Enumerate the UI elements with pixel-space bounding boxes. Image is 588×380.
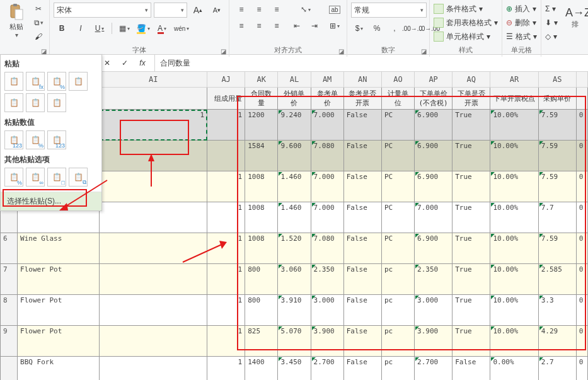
accounting-format-button[interactable]: $▾ bbox=[351, 21, 367, 35]
row-number[interactable]: 8 bbox=[1, 295, 18, 326]
cell[interactable]: 7.080 bbox=[311, 141, 343, 171]
borders-button[interactable]: ▦▾ bbox=[116, 21, 132, 35]
paste-formulas-fmt-button[interactable]: 📋% bbox=[47, 72, 66, 91]
decrease-indent-button[interactable]: ⇤ bbox=[289, 19, 305, 33]
cell[interactable]: BBQ Fork bbox=[18, 357, 100, 381]
cell[interactable]: 1.520 bbox=[278, 233, 311, 264]
cell[interactable]: 5.070 bbox=[278, 326, 311, 357]
cell[interactable]: 7.080 bbox=[311, 233, 343, 264]
bold-button[interactable]: B bbox=[54, 21, 70, 35]
percent-format-button[interactable]: % bbox=[369, 21, 385, 35]
cell[interactable]: 6.900 bbox=[415, 171, 453, 202]
cell[interactable]: 3.910 bbox=[278, 295, 311, 326]
cell[interactable]: False bbox=[343, 357, 381, 381]
cell[interactable] bbox=[100, 326, 207, 357]
paste-button[interactable]: 粘贴 ▾ bbox=[4, 3, 29, 43]
row-number[interactable]: 7 bbox=[1, 264, 18, 295]
cell[interactable]: 2.700 bbox=[415, 357, 453, 381]
paste-values-button[interactable]: 📋123 bbox=[4, 130, 23, 149]
wrap-text-button[interactable]: ab bbox=[326, 3, 343, 16]
merge-center-button[interactable]: ⊞▾ bbox=[326, 19, 343, 33]
font-dialog-launcher[interactable]: ◪ bbox=[219, 47, 228, 55]
format-painter-button[interactable]: 🖌 bbox=[32, 30, 45, 43]
col-header[interactable]: AI bbox=[100, 72, 207, 88]
header-cell[interactable]: 下单开票税点 bbox=[490, 88, 538, 110]
cell[interactable]: 1008 bbox=[245, 233, 278, 264]
cell[interactable]: 3.900 bbox=[311, 326, 343, 357]
paste-values-srcfmt-button[interactable]: 📋123 bbox=[47, 130, 66, 149]
col-header[interactable]: AR bbox=[490, 72, 538, 88]
col-header[interactable]: AK bbox=[245, 72, 278, 88]
header-cell[interactable]: 下单是否开票 bbox=[453, 88, 490, 110]
cell[interactable]: 0 bbox=[576, 110, 587, 141]
cell[interactable]: 3.3 bbox=[538, 295, 576, 326]
font-name-combo[interactable]: 宋体 ▾ bbox=[54, 3, 151, 18]
italic-button[interactable]: I bbox=[72, 21, 89, 35]
paste-picture-button[interactable]: 📋□ bbox=[47, 168, 66, 187]
conditional-format-button[interactable]: 条件格式▾ bbox=[434, 3, 498, 15]
formula-input[interactable]: 合同数量 bbox=[155, 55, 588, 71]
cell[interactable]: 0 bbox=[576, 202, 587, 233]
cell[interactable]: True bbox=[453, 202, 490, 233]
cell[interactable]: False bbox=[343, 110, 381, 141]
row-number[interactable]: 6 bbox=[1, 233, 18, 264]
cell[interactable]: False bbox=[343, 141, 381, 171]
cell[interactable]: True bbox=[453, 110, 490, 141]
increase-decimal-button[interactable]: .00→.0 bbox=[404, 21, 420, 35]
cell[interactable]: 1 bbox=[207, 264, 245, 295]
cell[interactable]: PC bbox=[381, 141, 414, 171]
header-cell[interactable]: 参考是否开票 bbox=[343, 88, 381, 110]
cell[interactable]: 2.7 bbox=[538, 357, 576, 381]
cell[interactable]: 7.59 bbox=[538, 141, 576, 171]
align-center-button[interactable]: ≡ bbox=[251, 19, 267, 33]
clear-button[interactable]: ◇▾ bbox=[545, 30, 558, 43]
cell[interactable]: 9.600 bbox=[278, 141, 311, 171]
font-color-button[interactable]: A▾ bbox=[154, 21, 170, 35]
underline-button[interactable]: U▾ bbox=[91, 21, 108, 35]
cell[interactable]: 0.00% bbox=[490, 357, 538, 381]
col-header[interactable]: AO bbox=[381, 72, 414, 88]
cell[interactable]: True bbox=[453, 171, 490, 202]
cell[interactable]: True bbox=[453, 326, 490, 357]
cell[interactable]: 7.7 bbox=[538, 202, 576, 233]
autosum-button[interactable]: Σ▾ bbox=[545, 3, 558, 15]
cell[interactable]: 7.59 bbox=[538, 233, 576, 264]
col-header[interactable]: AP bbox=[415, 72, 453, 88]
cell[interactable]: 2.350 bbox=[311, 264, 343, 295]
cell[interactable]: 1 bbox=[207, 233, 245, 264]
cell[interactable]: 800 bbox=[245, 264, 278, 295]
copy-button[interactable]: ⧉▾ bbox=[32, 16, 45, 29]
cell[interactable]: pc bbox=[381, 295, 414, 326]
cell[interactable]: Flower Pot bbox=[18, 264, 100, 295]
col-header[interactable]: AL bbox=[278, 72, 311, 88]
cell[interactable]: 9.240 bbox=[278, 110, 311, 141]
cell-styles-button[interactable]: 单元格样式▾ bbox=[434, 30, 498, 43]
cell[interactable]: 1 bbox=[207, 326, 245, 357]
cell[interactable] bbox=[100, 141, 207, 171]
cell[interactable]: 10.00% bbox=[490, 326, 538, 357]
cell[interactable]: False bbox=[343, 202, 381, 233]
cell[interactable]: 10.00% bbox=[490, 110, 538, 141]
phonetic-button[interactable]: wén▾ bbox=[173, 21, 190, 35]
cell[interactable]: PC bbox=[381, 233, 414, 264]
cell[interactable]: PC bbox=[381, 202, 414, 233]
cell[interactable]: PC bbox=[381, 110, 414, 141]
cell[interactable]: 2.700 bbox=[311, 357, 343, 381]
cell[interactable]: 0 bbox=[576, 141, 587, 171]
paste-formatting-button[interactable]: 📋% bbox=[4, 168, 23, 187]
cell[interactable]: 7.000 bbox=[311, 202, 343, 233]
cell[interactable]: 10.00% bbox=[490, 171, 538, 202]
cell[interactable]: 6.900 bbox=[415, 110, 453, 141]
col-header[interactable]: AN bbox=[343, 72, 381, 88]
cell[interactable]: 1 bbox=[207, 171, 245, 202]
cell[interactable]: 10.00% bbox=[490, 295, 538, 326]
row-number[interactable]: 9 bbox=[1, 326, 18, 357]
align-middle-button[interactable]: ≡ bbox=[251, 3, 267, 16]
paste-linked-picture-button[interactable]: 📋⧉ bbox=[69, 168, 88, 187]
number-format-combo[interactable]: 常规 ▾ bbox=[351, 3, 427, 18]
cell[interactable]: 6.900 bbox=[415, 233, 453, 264]
cell[interactable]: pc bbox=[381, 264, 414, 295]
col-header[interactable] bbox=[576, 72, 587, 88]
cell[interactable]: 10.00% bbox=[490, 202, 538, 233]
cut-button[interactable]: ✂ bbox=[32, 3, 45, 15]
